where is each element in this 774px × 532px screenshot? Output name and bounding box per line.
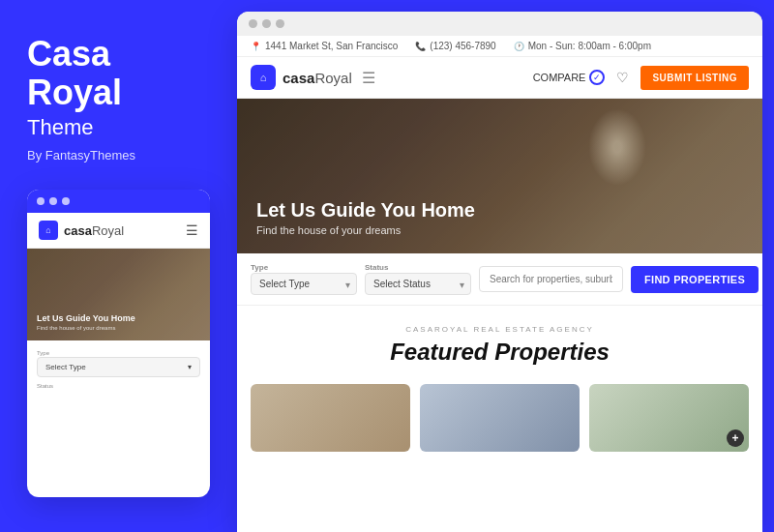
mobile-type-select-wrap: Type Select Type ▾ (37, 350, 200, 377)
type-select[interactable]: Select Type (251, 273, 357, 295)
win-dot-1 (249, 19, 257, 28)
property-card-3[interactable]: + (589, 384, 749, 452)
mobile-status-select-wrap: Status (37, 383, 200, 390)
mobile-preview-card: ⌂ casaRoyal ☰ Let Us Guide You Home Find… (27, 190, 210, 497)
phone-text: (123) 456-7890 (430, 41, 495, 51)
top-info-bar: 📍 1441 Market St, San Francisco 📞 (123) … (237, 36, 762, 57)
compare-button[interactable]: COMPARE ✓ (533, 70, 606, 85)
mobile-logo-royal: Royal (92, 223, 124, 238)
compare-check-icon: ✓ (589, 70, 605, 85)
mobile-logo-casa: casa (64, 223, 92, 238)
window-dot-3 (62, 197, 70, 205)
featured-title: Featured Properties (251, 340, 749, 365)
win-dot-2 (262, 19, 271, 28)
address-item: 📍 1441 Market St, San Francisco (251, 41, 398, 51)
mobile-type-chevron: ▾ (188, 363, 192, 371)
nav-logo-casa: casa (283, 70, 314, 86)
mobile-type-select[interactable]: Select Type ▾ (37, 357, 200, 377)
status-select-wrap: Status Select Status (365, 263, 471, 295)
nav-hamburger-icon[interactable]: ☰ (362, 69, 375, 87)
phone-icon: 📞 (415, 42, 426, 51)
featured-agency-label: CASAROYAL REAL ESTATE AGENCY (251, 325, 749, 334)
hamburger-icon[interactable]: ☰ (186, 222, 198, 238)
brand-author: By FantasyThemes (27, 148, 210, 163)
mobile-hero-title: Let Us Guide You Home (37, 313, 135, 324)
status-select[interactable]: Select Status (365, 273, 471, 295)
mobile-hero-subtitle: Find the house of your dreams (37, 325, 135, 331)
nav-logo-royal: Royal (314, 70, 351, 86)
hours-item: 🕐 Mon - Sun: 8:00am - 6:00pm (514, 41, 651, 51)
featured-italic: Featured (390, 339, 488, 365)
find-properties-button[interactable]: FIND PROPERTIES (631, 266, 759, 293)
mobile-logo: ⌂ casaRoyal (39, 221, 124, 240)
compare-label: COMPARE (533, 72, 586, 83)
featured-section: CASAROYAL REAL ESTATE AGENCY Featured Pr… (237, 306, 762, 374)
mobile-status-label: Status (37, 383, 200, 389)
hero-content: Let Us Guide You Home Find the house of … (256, 198, 475, 236)
window-bar (237, 12, 762, 36)
mobile-hero-text: Let Us Guide You Home Find the house of … (37, 313, 135, 331)
nav-logo[interactable]: ⌂ casaRoyal (251, 65, 352, 90)
win-dot-3 (276, 19, 284, 28)
window-dot-1 (37, 197, 45, 205)
property-cards: + (237, 374, 762, 461)
submit-listing-button[interactable]: SUBMIT LISTING (640, 66, 749, 90)
content-area: CASAROYAL REAL ESTATE AGENCY Featured Pr… (237, 306, 762, 532)
clock-icon: 🕐 (514, 42, 524, 51)
brand-subtitle: Theme (27, 115, 210, 140)
nav-right: COMPARE ✓ ♡ SUBMIT LISTING (533, 66, 749, 90)
type-select-wrapper[interactable]: Select Type (251, 273, 357, 295)
search-bar: Type Select Type Status Select Status FI… (237, 253, 762, 306)
nav-logo-icon: ⌂ (251, 65, 276, 90)
hero-title: Let Us Guide You Home (256, 198, 475, 222)
type-label: Type (251, 263, 357, 272)
hero-section: Let Us Guide You Home Find the house of … (237, 99, 762, 253)
property-card-2[interactable] (420, 384, 580, 452)
location-icon: 📍 (251, 42, 261, 51)
phone-item: 📞 (123) 456-7890 (415, 41, 495, 51)
status-select-wrapper[interactable]: Select Status (365, 273, 471, 295)
property-card-1[interactable] (251, 384, 410, 452)
card-plus-icon[interactable]: + (727, 429, 744, 447)
status-label: Status (365, 263, 471, 272)
featured-rest: Properties (488, 339, 609, 365)
mobile-hero: Let Us Guide You Home Find the house of … (27, 249, 210, 340)
main-nav: ⌂ casaRoyal ☰ COMPARE ✓ ♡ SUBMIT LISTING (237, 57, 762, 99)
heart-icon[interactable]: ♡ (616, 70, 629, 85)
brand-title: Casa Royal (27, 35, 210, 111)
mobile-nav: ⌂ casaRoyal ☰ (27, 213, 210, 249)
right-panel: 📍 1441 Market St, San Francisco 📞 (123) … (237, 12, 762, 532)
left-panel: Casa Royal Theme By FantasyThemes ⌂ casa… (0, 0, 237, 532)
mobile-type-value: Select Type (45, 363, 86, 371)
hours-text: Mon - Sun: 8:00am - 6:00pm (528, 41, 651, 51)
mobile-preview-bar (27, 190, 210, 213)
mobile-search-area: Type Select Type ▾ Status (27, 340, 210, 399)
mobile-type-label: Type (37, 350, 200, 356)
search-input[interactable] (479, 266, 623, 292)
hero-subtitle: Find the house of your dreams (256, 224, 475, 236)
mobile-logo-icon: ⌂ (39, 221, 58, 240)
type-select-wrap: Type Select Type (251, 263, 357, 295)
address-text: 1441 Market St, San Francisco (265, 41, 398, 51)
window-dot-2 (49, 197, 57, 205)
